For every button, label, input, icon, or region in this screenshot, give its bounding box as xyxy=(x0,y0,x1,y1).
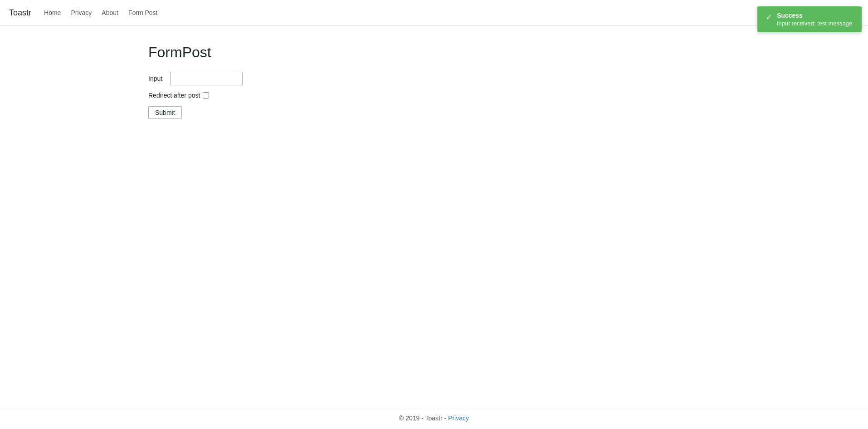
input-group: Input xyxy=(148,72,720,85)
redirect-checkbox[interactable] xyxy=(203,92,209,99)
toast-title: Success xyxy=(777,12,852,19)
footer-privacy-link[interactable]: Privacy xyxy=(448,414,469,422)
footer-copyright: © 2019 - Toastr - xyxy=(399,414,446,422)
nav-link-home[interactable]: Home xyxy=(40,6,64,19)
redirect-label: Redirect after post xyxy=(148,92,200,99)
input-label: Input xyxy=(148,75,166,82)
toast-body: Success Input received: test message xyxy=(777,12,852,27)
nav-link-formpost[interactable]: Form Post xyxy=(125,6,161,19)
toast-container: ✓ Success Input received: test message xyxy=(757,6,862,32)
nav-item-privacy: Privacy xyxy=(67,9,95,16)
nav-item-about: About xyxy=(98,9,122,16)
nav-link-about[interactable]: About xyxy=(98,6,122,19)
footer: © 2019 - Toastr - Privacy xyxy=(0,407,868,429)
nav-link-privacy[interactable]: Privacy xyxy=(67,6,95,19)
navbar-brand[interactable]: Toastr xyxy=(9,8,31,18)
input-field[interactable] xyxy=(170,72,243,85)
nav-links: Home Privacy About Form Post xyxy=(40,9,161,16)
nav-item-formpost: Form Post xyxy=(125,9,161,16)
redirect-group: Redirect after post xyxy=(148,92,720,99)
form: Input Redirect after post Submit xyxy=(148,72,720,119)
submit-button[interactable]: Submit xyxy=(148,106,182,119)
nav-item-home: Home xyxy=(40,9,64,16)
main-content: FormPost Input Redirect after post Submi… xyxy=(0,26,868,407)
check-icon: ✓ xyxy=(766,12,772,22)
navbar: Toastr Home Privacy About Form Post xyxy=(0,0,868,26)
page-title: FormPost xyxy=(148,44,720,61)
toast-message: Input received: test message xyxy=(777,20,852,27)
toast-success: ✓ Success Input received: test message xyxy=(757,6,862,32)
